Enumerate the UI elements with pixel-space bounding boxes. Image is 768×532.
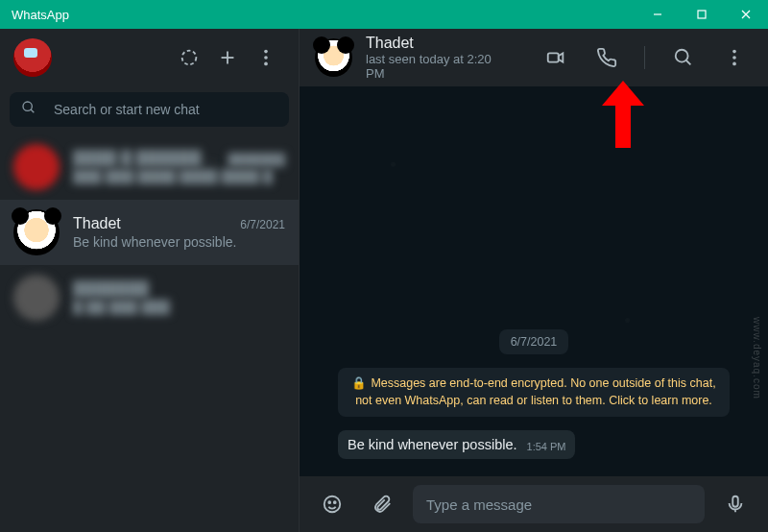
- sidebar: ████ █ ████████ ███████ ███ ███ ████ ███…: [0, 29, 300, 532]
- lock-icon: 🔒: [351, 376, 367, 390]
- svg-point-7: [264, 50, 268, 54]
- voice-call-icon[interactable]: [588, 38, 625, 77]
- new-chat-icon[interactable]: [208, 38, 247, 77]
- chat-list: ████ █ ████████ ███████ ███ ███ ████ ███…: [0, 134, 299, 532]
- chat-menu-icon[interactable]: [715, 38, 753, 77]
- svg-line-11: [31, 109, 34, 112]
- svg-point-20: [334, 501, 336, 503]
- messages-area: 6/7/2021 🔒Messages are end-to-end encryp…: [300, 86, 768, 476]
- mic-icon[interactable]: [716, 485, 755, 523]
- svg-point-4: [182, 51, 197, 65]
- svg-point-13: [675, 50, 687, 62]
- chat-contact-avatar[interactable]: [315, 38, 352, 77]
- attach-icon[interactable]: [363, 485, 401, 523]
- search-in-chat-icon[interactable]: [664, 38, 702, 77]
- contact-name: Thadet: [73, 215, 121, 232]
- window-maximize-button[interactable]: [680, 0, 724, 29]
- message-bubble[interactable]: Be kind whenever possible. 1:54 PM: [338, 430, 575, 459]
- encryption-notice[interactable]: 🔒Messages are end-to-end encrypted. No o…: [338, 368, 730, 417]
- message-row: Be kind whenever possible. 1:54 PM: [338, 430, 730, 459]
- message-input[interactable]: [413, 485, 705, 523]
- contact-avatar: [13, 275, 60, 321]
- message-text: Be kind whenever possible.: [348, 437, 517, 452]
- chat-header: Thadet last seen today at 2:20 PM: [300, 29, 768, 86]
- svg-point-16: [732, 56, 736, 60]
- chat-list-item[interactable]: ███████ █ ██ ███ ███: [0, 265, 299, 330]
- search-icon: [21, 100, 36, 119]
- chat-preview: █ ██ ███ ███: [73, 300, 285, 315]
- chat-panel: Thadet last seen today at 2:20 PM 6/7/20…: [300, 29, 768, 532]
- contact-avatar: [13, 209, 60, 255]
- svg-point-10: [23, 102, 32, 110]
- svg-line-14: [685, 60, 690, 65]
- svg-point-8: [264, 56, 268, 60]
- chat-contact-status: last seen today at 2:20 PM: [366, 52, 510, 81]
- chat-list-item[interactable]: ████ █ ████████ ███████ ███ ███ ████ ███…: [0, 134, 299, 200]
- chat-date: ███████: [228, 153, 285, 166]
- window-close-button[interactable]: [724, 0, 768, 29]
- svg-point-18: [324, 496, 341, 513]
- emoji-icon[interactable]: [313, 485, 351, 523]
- contact-name: ███████: [73, 280, 149, 298]
- svg-rect-1: [698, 11, 706, 18]
- app-title: WhatsApp: [12, 8, 69, 22]
- chat-list-item[interactable]: Thadet 6/7/2021 Be kind whenever possibl…: [0, 200, 299, 265]
- search-input[interactable]: [54, 102, 277, 117]
- window-minimize-button[interactable]: [636, 0, 680, 29]
- encryption-text: Messages are end-to-end encrypted. No on…: [355, 376, 715, 407]
- date-separator: 6/7/2021: [499, 329, 569, 354]
- composer: [300, 476, 768, 532]
- svg-point-15: [732, 50, 736, 54]
- chat-date: 6/7/2021: [240, 218, 285, 231]
- contact-avatar: [13, 144, 60, 190]
- menu-icon[interactable]: [247, 38, 285, 77]
- status-icon[interactable]: [170, 38, 208, 77]
- self-avatar[interactable]: [13, 38, 52, 77]
- svg-point-9: [264, 62, 268, 66]
- chat-title-block[interactable]: Thadet last seen today at 2:20 PM: [366, 35, 510, 81]
- svg-point-19: [328, 501, 330, 503]
- svg-point-17: [732, 62, 736, 66]
- window-titlebar: WhatsApp: [0, 0, 768, 29]
- chat-contact-name: Thadet: [366, 35, 510, 52]
- svg-rect-21: [732, 496, 738, 507]
- header-divider: [644, 46, 645, 69]
- contact-name: ████ █ ████████: [73, 150, 222, 167]
- search-bar[interactable]: [10, 92, 289, 127]
- chat-preview: ███ ███ ████ ████ ████ █: [73, 169, 285, 184]
- message-time: 1:54 PM: [527, 441, 566, 452]
- svg-rect-12: [547, 53, 558, 61]
- video-call-icon[interactable]: [537, 38, 574, 77]
- sidebar-header: [0, 29, 299, 86]
- chat-preview: Be kind whenever possible.: [73, 234, 285, 250]
